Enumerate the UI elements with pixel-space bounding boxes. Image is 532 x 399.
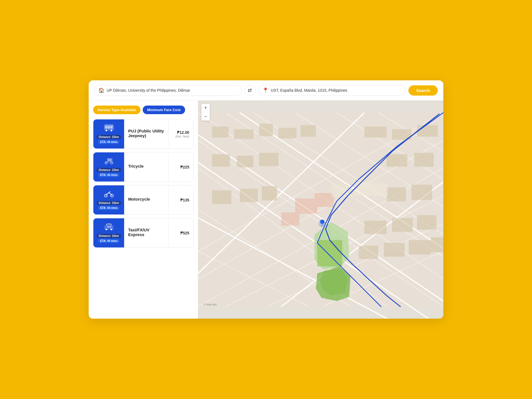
service-name: Taxi/FX/UV Express: [128, 227, 164, 237]
service-name: PUJ (Public Utility Jeepney): [128, 129, 164, 138]
svg-rect-81: [373, 183, 388, 197]
distance-badge: Distance: 15km: [97, 168, 121, 172]
service-card-motorcycle[interactable]: Distance: 15km ETA: 44 mins Motorcycle ₱…: [93, 185, 193, 215]
map-controls: + −: [201, 104, 210, 121]
svg-rect-61: [259, 153, 278, 166]
svg-point-83: [320, 220, 324, 224]
sidebar: Service Type Available Minimum Fare Cost…: [89, 101, 198, 319]
tricycle-icon: [104, 157, 114, 166]
service-card-tricycle[interactable]: Distance: 15km ETA: 44 mins Tricycle ₱22…: [93, 152, 193, 182]
svg-point-3: [111, 130, 112, 131]
card-name-area: Motorcycle: [124, 185, 168, 214]
fare-note: (min. fare): [175, 135, 189, 138]
svg-rect-6: [108, 127, 110, 128]
card-fare-area: ₱225: [168, 152, 193, 181]
svg-point-2: [106, 130, 107, 131]
svg-rect-70: [392, 218, 413, 232]
card-name-area: PUJ (Public Utility Jeepney): [124, 119, 168, 149]
tab-minimum-fare[interactable]: Minimum Fare Cost: [143, 106, 185, 114]
tab-service-type[interactable]: Service Type Available: [93, 106, 140, 114]
map-background: © Map data: [198, 101, 443, 319]
fare-amount: ₱12.00: [175, 130, 189, 135]
fare-amount: ₱135: [180, 198, 189, 202]
swap-button[interactable]: ⇄: [244, 85, 255, 96]
main-content: Service Type Available Minimum Fare Cost…: [89, 101, 443, 319]
destination-input[interactable]: [271, 88, 401, 93]
card-icon-area: Distance: 15km ETA: 44 mins: [93, 185, 124, 214]
sidebar-tabs: Service Type Available Minimum Fare Cost: [93, 106, 193, 114]
svg-rect-80: [353, 182, 373, 196]
svg-rect-62: [387, 154, 407, 167]
distance-badge: Distance: 15km: [97, 234, 121, 238]
fare-amount: ₱225: [180, 165, 189, 169]
svg-rect-7: [111, 127, 112, 128]
svg-point-17: [108, 192, 109, 193]
svg-rect-56: [364, 127, 387, 138]
svg-rect-53: [259, 124, 273, 136]
svg-rect-14: [110, 159, 111, 161]
svg-rect-71: [417, 215, 436, 230]
service-cards-container: Distance: 15km ETA: 44 mins PUJ (Public …: [93, 119, 193, 248]
card-fare-area: ₱525: [168, 218, 193, 247]
search-button[interactable]: Search: [408, 85, 438, 96]
svg-point-84: [321, 224, 324, 226]
svg-rect-74: [409, 240, 431, 255]
svg-rect-77: [281, 213, 299, 226]
distance-badge: Distance: 15km: [97, 135, 121, 139]
eta-badge: ETA: 44 mins: [98, 239, 119, 243]
app-container: 🏠 ⇄ 📍 Search Service Type Available Mini…: [89, 80, 443, 319]
card-name-area: Tricycle: [124, 152, 168, 181]
svg-rect-78: [314, 193, 334, 207]
svg-rect-55: [301, 125, 316, 137]
svg-rect-21: [107, 226, 109, 227]
svg-rect-79: [331, 185, 349, 197]
search-button-label: Search: [416, 88, 430, 93]
svg-rect-5: [106, 127, 107, 128]
svg-rect-73: [384, 243, 405, 257]
svg-rect-59: [212, 154, 230, 167]
svg-rect-52: [234, 129, 254, 139]
service-name: Motorcycle: [128, 197, 164, 201]
card-fare-area: ₱12.00 (min. fare): [168, 119, 193, 149]
svg-rect-49: [317, 240, 342, 267]
card-icon-area: Distance: 15km ETA: 44 mins: [93, 218, 124, 247]
map-area: © Map data + −: [198, 101, 443, 319]
zoom-in-button[interactable]: +: [201, 104, 210, 112]
card-name-area: Taxi/FX/UV Express: [124, 218, 168, 247]
eta-badge: ETA: 44 mins: [98, 206, 119, 210]
svg-rect-18: [104, 226, 113, 229]
svg-rect-58: [417, 125, 438, 137]
origin-input-wrap: 🏠: [94, 85, 242, 96]
svg-rect-67: [387, 188, 406, 201]
card-icon-area: Distance: 15km ETA: 44 mins: [93, 119, 124, 149]
header: 🏠 ⇄ 📍 Search: [89, 80, 443, 101]
svg-rect-69: [364, 221, 387, 234]
svg-rect-68: [411, 185, 432, 200]
svg-rect-60: [237, 156, 254, 167]
zoom-out-button[interactable]: −: [201, 112, 210, 121]
svg-rect-72: [359, 246, 378, 259]
destination-icon: 📍: [262, 87, 268, 93]
eta-badge: ETA: 44 mins: [98, 140, 119, 144]
svg-rect-65: [240, 189, 258, 202]
service-card-puj[interactable]: Distance: 15km ETA: 44 mins PUJ (Public …: [93, 119, 193, 149]
svg-rect-54: [278, 128, 296, 139]
card-fare-area: ₱135: [168, 185, 193, 214]
service-card-taxi[interactable]: Distance: 15km ETA: 44 mins Taxi/FX/UV E…: [93, 218, 193, 248]
svg-rect-51: [212, 127, 229, 138]
svg-point-20: [111, 229, 112, 230]
svg-rect-64: [212, 190, 231, 204]
card-icon-area: Distance: 15km ETA: 44 mins: [93, 152, 124, 181]
swap-icon: ⇄: [248, 87, 252, 93]
motorcycle-icon: [104, 190, 114, 199]
svg-rect-63: [414, 153, 434, 167]
eta-badge: ETA: 44 mins: [98, 173, 119, 177]
svg-rect-75: [431, 237, 443, 252]
svg-rect-66: [262, 186, 277, 201]
home-icon: 🏠: [98, 87, 104, 93]
origin-input[interactable]: [107, 88, 237, 93]
svg-rect-13: [108, 159, 109, 161]
svg-rect-76: [295, 199, 317, 214]
location-pin: [318, 220, 326, 227]
taxi-icon: [104, 223, 114, 232]
